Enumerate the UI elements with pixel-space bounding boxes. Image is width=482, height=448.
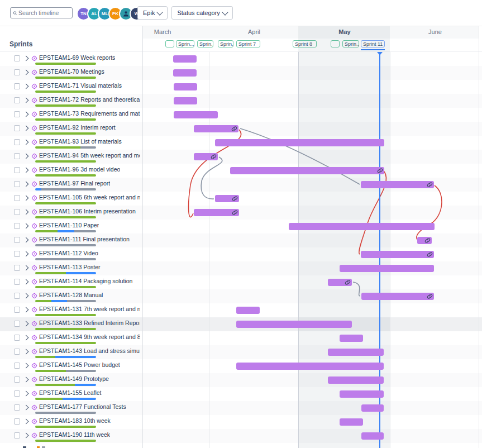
timeline-row[interactable]: EPSTEAM1-105 6th week report and meeting… xyxy=(0,192,482,206)
chevron-right-icon[interactable] xyxy=(23,209,29,215)
chevron-right-icon[interactable] xyxy=(23,279,29,285)
link-icon[interactable] xyxy=(427,182,433,188)
sprint-chip[interactable]: Sprint 11 xyxy=(361,40,385,47)
gantt-bar[interactable] xyxy=(236,321,352,328)
gantt-bar[interactable] xyxy=(340,418,363,426)
timeline-row[interactable]: EPSTEAM1-112 Video xyxy=(0,247,482,261)
chevron-right-icon[interactable] xyxy=(23,126,29,131)
row-checkbox[interactable] xyxy=(14,279,20,285)
epic-filter-button[interactable]: Epik xyxy=(137,6,168,20)
gantt-bar[interactable] xyxy=(289,223,435,230)
sprint-chip[interactable] xyxy=(331,40,340,47)
chevron-right-icon[interactable] xyxy=(23,70,29,75)
row-checkbox[interactable] xyxy=(14,376,20,383)
row-checkbox[interactable] xyxy=(14,167,20,173)
row-checkbox[interactable] xyxy=(14,251,20,257)
chevron-right-icon[interactable] xyxy=(23,349,29,355)
chevron-right-icon[interactable] xyxy=(23,84,29,89)
chevron-right-icon[interactable] xyxy=(23,154,29,159)
gantt-bar[interactable] xyxy=(361,181,434,188)
chevron-right-icon[interactable] xyxy=(23,56,29,61)
chevron-right-icon[interactable] xyxy=(23,223,29,229)
chevron-right-icon[interactable] xyxy=(23,335,29,341)
chevron-right-icon[interactable] xyxy=(23,182,29,187)
link-icon[interactable] xyxy=(232,209,238,216)
timeline-row[interactable]: EPSTEAM1-128 Manual xyxy=(0,289,482,303)
chevron-right-icon[interactable] xyxy=(23,251,29,257)
search-input[interactable] xyxy=(17,9,70,17)
link-icon[interactable] xyxy=(345,279,351,285)
timeline-row[interactable]: EPSTEAM1-94 5th week report and meeting … xyxy=(0,150,482,164)
row-checkbox[interactable] xyxy=(14,181,20,187)
gantt-bar[interactable] xyxy=(328,349,384,356)
sprint-chip[interactable]: Sprin... xyxy=(176,40,194,47)
row-checkbox[interactable] xyxy=(14,335,20,341)
timeline-row[interactable]: EPSTEAM1-111 Final presentation xyxy=(0,233,482,247)
gantt-bar[interactable] xyxy=(340,265,434,272)
gantt-bar[interactable] xyxy=(328,376,384,384)
link-icon[interactable] xyxy=(427,293,433,299)
gantt-bar[interactable] xyxy=(340,390,384,398)
row-checkbox[interactable] xyxy=(14,321,20,327)
timeline-row[interactable]: EPSTEAM1-71 Visual materials xyxy=(0,80,482,94)
gantt-bar[interactable] xyxy=(236,307,260,314)
gantt-bar[interactable] xyxy=(340,335,363,342)
timeline-row[interactable]: EPSTEAM1-114 Packaging solution xyxy=(0,275,482,289)
timeline-row[interactable]: EPSTEAM1-93 List of materials xyxy=(0,136,482,150)
chevron-right-icon[interactable] xyxy=(23,405,29,411)
chevron-right-icon[interactable] xyxy=(23,433,29,439)
sprint-chip[interactable]: Sprin... xyxy=(342,40,359,47)
chevron-right-icon[interactable] xyxy=(23,293,29,299)
chevron-right-icon[interactable] xyxy=(23,265,29,271)
sprint-chip[interactable]: Sprint 7 xyxy=(236,40,260,47)
chevron-right-icon[interactable] xyxy=(23,419,29,425)
row-checkbox[interactable] xyxy=(14,265,20,271)
row-checkbox[interactable] xyxy=(14,195,20,201)
chevron-right-icon[interactable] xyxy=(23,98,29,103)
row-checkbox[interactable] xyxy=(14,349,20,355)
row-checkbox[interactable] xyxy=(14,418,20,425)
gantt-bar[interactable] xyxy=(361,404,384,412)
row-checkbox[interactable] xyxy=(14,97,20,103)
chevron-right-icon[interactable] xyxy=(23,377,29,383)
row-checkbox[interactable] xyxy=(14,404,20,411)
row-checkbox[interactable] xyxy=(14,307,20,313)
chevron-right-icon[interactable] xyxy=(23,140,29,145)
timeline-row[interactable]: EPSTEAM1-155 Leaflet xyxy=(0,387,482,401)
gantt-bar[interactable] xyxy=(417,237,432,244)
gantt-bar[interactable] xyxy=(174,83,197,90)
gantt-bar[interactable] xyxy=(328,279,352,286)
timeline-row[interactable]: EPSTEAM1-96 3d model video xyxy=(0,164,482,178)
row-checkbox[interactable] xyxy=(14,69,20,75)
timeline-row[interactable]: EPSTEAM1-177 Functional Tests xyxy=(0,401,482,415)
gantt-bar[interactable] xyxy=(174,111,218,118)
link-icon[interactable] xyxy=(231,126,237,132)
row-checkbox[interactable] xyxy=(14,55,20,61)
row-checkbox[interactable] xyxy=(14,111,20,117)
sprint-chip[interactable]: Sprint 8 xyxy=(293,40,317,47)
gantt-bar[interactable] xyxy=(173,55,197,63)
status-category-filter-button[interactable]: Status category xyxy=(171,6,232,20)
timeline-row[interactable]: EPSTEAM1-70 Meetings xyxy=(0,66,482,80)
link-icon[interactable] xyxy=(377,168,383,174)
timeline-row[interactable]: EPSTEAM1-113 Poster xyxy=(0,261,482,275)
chevron-right-icon[interactable] xyxy=(23,196,29,201)
chevron-right-icon[interactable] xyxy=(23,307,29,313)
gantt-bar[interactable] xyxy=(236,363,384,370)
gantt-bar[interactable] xyxy=(173,69,197,77)
timeline-row[interactable]: EPSTEAM1-183 10th week xyxy=(0,415,482,429)
timeline-row[interactable]: EPSTEAM1-143 Load and stress simulations xyxy=(0,345,482,359)
row-checkbox[interactable] xyxy=(14,223,20,229)
search-box[interactable] xyxy=(10,7,73,18)
link-icon[interactable] xyxy=(427,251,433,258)
sprint-chip[interactable] xyxy=(165,40,174,47)
gantt-bar[interactable] xyxy=(230,167,384,174)
row-checkbox[interactable] xyxy=(14,153,20,159)
row-checkbox[interactable] xyxy=(14,363,20,369)
chevron-right-icon[interactable] xyxy=(23,363,29,369)
chevron-right-icon[interactable] xyxy=(23,321,29,327)
sprint-chip[interactable]: Sprin... xyxy=(218,40,233,47)
gantt-bar[interactable] xyxy=(215,139,384,146)
row-checkbox[interactable] xyxy=(14,83,20,89)
gantt-bar[interactable] xyxy=(174,97,197,104)
